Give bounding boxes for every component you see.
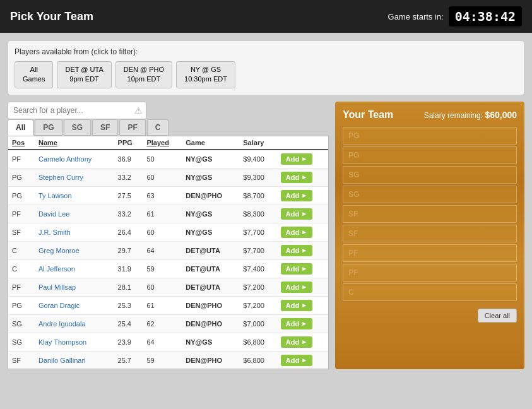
player-salary: $8,300 [239, 204, 277, 223]
player-table-wrapper[interactable]: Pos Name PPG Played Game Salary PF Carme… [8, 136, 329, 369]
add-player-button[interactable]: Add ► [281, 227, 312, 238]
team-title: Your Team [343, 109, 393, 121]
table-row: SG Klay Thompson 23.9 64 NY@GS $6,800 Ad… [8, 333, 328, 351]
add-player-button[interactable]: Add ► [281, 208, 312, 220]
tab-sf[interactable]: SF [92, 119, 118, 136]
add-player-button[interactable]: Add ► [281, 355, 312, 366]
filter-all-games[interactable]: AllGames [15, 61, 53, 88]
team-slot[interactable]: SG [343, 166, 517, 184]
add-player-button[interactable]: Add ► [281, 172, 312, 183]
player-add-cell: Add ► [277, 351, 328, 369]
player-add-cell: Add ► [277, 314, 328, 333]
add-player-button[interactable]: Add ► [281, 282, 312, 293]
player-pos: SG [8, 333, 35, 351]
player-ppg: 26.4 [114, 223, 143, 241]
player-name[interactable]: Danilo Gallinari [35, 351, 114, 369]
salary-remaining: Salary remaining: $60,000 [424, 110, 517, 120]
player-game: NY@GS [182, 223, 239, 241]
player-name[interactable]: Goran Dragic [35, 296, 114, 314]
player-game: DET@UTA [182, 241, 239, 259]
player-name[interactable]: Ty Lawson [35, 186, 114, 204]
player-salary: $7,000 [239, 314, 277, 333]
player-played: 64 [143, 241, 182, 259]
player-pos: PG [8, 168, 35, 186]
player-salary: $9,400 [239, 150, 277, 169]
player-name[interactable]: Klay Thompson [35, 333, 114, 351]
header: Pick Your Team Game starts in: 04:38:42 [0, 0, 532, 33]
player-salary: $8,700 [239, 186, 277, 204]
player-game: DEN@PHO [182, 314, 239, 333]
player-add-cell: Add ► [277, 204, 328, 223]
player-ppg: 33.2 [114, 168, 143, 186]
add-player-button[interactable]: Add ► [281, 318, 312, 329]
player-add-cell: Add ► [277, 241, 328, 259]
tab-pg[interactable]: PG [35, 119, 62, 136]
add-player-button[interactable]: Add ► [281, 245, 312, 256]
timer-label: Game starts in: [388, 12, 444, 21]
player-game: DET@UTA [182, 278, 239, 296]
team-slot[interactable]: SF [343, 225, 517, 242]
player-salary: $7,400 [239, 259, 277, 278]
team-header: Your Team Salary remaining: $60,000 [343, 109, 517, 121]
team-slot[interactable]: PG [343, 127, 517, 145]
team-slot[interactable]: C [343, 283, 517, 301]
player-ppg: 36.9 [114, 150, 143, 169]
col-played[interactable]: Played [143, 136, 182, 150]
table-row: C Al Jefferson 31.9 59 DET@UTA $7,400 Ad… [8, 259, 328, 278]
filter-den-pho[interactable]: DEN @ PHO10pm EDT [115, 61, 172, 88]
add-player-button[interactable]: Add ► [281, 263, 312, 275]
add-player-button[interactable]: Add ► [281, 153, 312, 165]
player-pos: SF [8, 223, 35, 241]
player-played: 50 [143, 150, 182, 169]
player-played: 59 [143, 259, 182, 278]
search-input[interactable] [8, 102, 146, 119]
content-area: ⚠ All PG SG SF PF C Pos Name PPG [8, 102, 524, 369]
player-ppg: 25.7 [114, 351, 143, 369]
timer-section: Game starts in: 04:38:42 [388, 6, 522, 27]
player-name[interactable]: Paul Millsap [35, 278, 114, 296]
player-pos: PF [8, 278, 35, 296]
player-table: Pos Name PPG Played Game Salary PF Carme… [8, 136, 328, 369]
player-name[interactable]: Greg Monroe [35, 241, 114, 259]
table-row: C Greg Monroe 29.7 64 DET@UTA $7,700 Add… [8, 241, 328, 259]
add-player-button[interactable]: Add ► [281, 300, 312, 311]
player-pos: PF [8, 204, 35, 223]
player-game: DEN@PHO [182, 351, 239, 369]
player-add-cell: Add ► [277, 278, 328, 296]
col-name[interactable]: Name [35, 136, 114, 150]
player-name[interactable]: J.R. Smith [35, 223, 114, 241]
clear-all-button[interactable]: Clear all [478, 309, 517, 323]
col-salary[interactable]: Salary [239, 136, 277, 150]
player-game: NY@GS [182, 204, 239, 223]
player-name[interactable]: Stephen Curry [35, 168, 114, 186]
player-game: NY@GS [182, 333, 239, 351]
table-row: PG Goran Dragic 25.3 61 DEN@PHO $7,200 A… [8, 296, 328, 314]
team-slot[interactable]: PF [343, 244, 517, 262]
col-pos[interactable]: Pos [8, 136, 35, 150]
tab-all[interactable]: All [8, 119, 33, 136]
filter-det-uta[interactable]: DET @ UTA9pm EDT [57, 61, 111, 88]
player-add-cell: Add ► [277, 150, 328, 169]
team-slot[interactable]: SG [343, 186, 517, 203]
team-slot[interactable]: PG [343, 146, 517, 164]
player-name[interactable]: Carmelo Anthony [35, 150, 114, 169]
tab-sg[interactable]: SG [64, 119, 91, 136]
team-slot[interactable]: PF [343, 264, 517, 282]
player-salary: $7,200 [239, 296, 277, 314]
add-player-button[interactable]: Add ► [281, 336, 312, 348]
player-name[interactable]: Al Jefferson [35, 259, 114, 278]
add-player-button[interactable]: Add ► [281, 190, 312, 201]
col-game[interactable]: Game [182, 136, 239, 150]
player-name[interactable]: David Lee [35, 204, 114, 223]
main-container: Players available from (click to filter)… [0, 33, 532, 409]
filter-ny-gs[interactable]: NY @ GS10:30pm EDT [176, 61, 235, 88]
search-clear-icon[interactable]: ⚠ [134, 105, 143, 116]
player-game: DEN@PHO [182, 186, 239, 204]
team-slot[interactable]: SF [343, 205, 517, 223]
col-ppg[interactable]: PPG [114, 136, 143, 150]
position-tabs: All PG SG SF PF C [8, 119, 329, 136]
tab-pf[interactable]: PF [119, 119, 145, 136]
player-name[interactable]: Andre Iguodala [35, 314, 114, 333]
tab-c[interactable]: C [147, 119, 169, 136]
player-salary: $9,300 [239, 168, 277, 186]
